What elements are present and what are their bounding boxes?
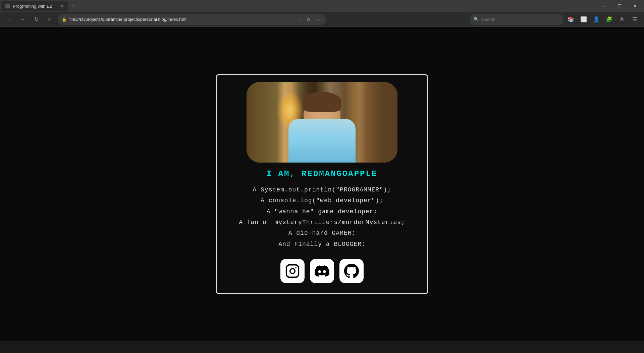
back-button[interactable]: ← <box>4 14 15 25</box>
menu-icon[interactable]: ☰ <box>629 14 640 25</box>
tab-close-button[interactable]: ✕ <box>60 3 64 9</box>
library-icon[interactable]: 📚 <box>566 14 576 25</box>
restore-button[interactable]: ❐ <box>612 0 627 12</box>
github-link[interactable] <box>339 259 364 283</box>
bio-line-1: A System.out.println("PROGRAMMER"); <box>230 184 414 195</box>
svg-point-1 <box>290 269 295 274</box>
more-options-icon[interactable]: ··· <box>295 15 303 24</box>
bio-line-2: A console.log("web developer"); <box>230 195 414 206</box>
instagram-icon <box>285 264 300 278</box>
toolbar-right: 🔍 📚 ⬜ 👤 🧩 A ☰ <box>470 14 640 25</box>
bio-line-3: A "wanna be" game developer; <box>230 206 414 217</box>
address-bar-container[interactable]: 🔒 ··· ⊙ ☆ <box>58 14 326 25</box>
bookmark-icon[interactable]: ☆ <box>314 15 322 24</box>
addons-icon[interactable]: 🧩 <box>604 14 614 25</box>
instagram-link[interactable] <box>280 259 305 283</box>
toolbar: ← → ↻ ⌂ 🔒 ··· ⊙ ☆ 🔍 📚 ⬜ 👤 🧩 A ☰ <box>0 12 644 27</box>
active-tab[interactable]: Progrmming with EZ ✕ <box>1 1 68 11</box>
reload-button[interactable]: ↻ <box>31 14 42 25</box>
lock-icon: 🔒 <box>62 17 67 22</box>
new-tab-button[interactable]: + <box>68 1 78 11</box>
profile-heading: I AM, REDMANGOAPPLE <box>267 169 378 178</box>
synced-tabs-icon[interactable]: ⬜ <box>578 14 589 25</box>
social-icons <box>280 259 364 283</box>
discord-link[interactable] <box>310 259 334 283</box>
pocket-icon[interactable]: ⊙ <box>305 15 313 24</box>
person-hair <box>303 92 341 112</box>
minimize-button[interactable]: — <box>596 0 612 12</box>
svg-point-2 <box>295 267 297 268</box>
profile-card: I AM, REDMANGOAPPLE A System.out.println… <box>216 74 428 294</box>
reader-mode-icon[interactable]: A <box>616 14 627 25</box>
address-bar[interactable] <box>69 17 292 22</box>
address-bar-actions: ··· ⊙ ☆ <box>295 15 322 24</box>
bio-lines: A System.out.println("PROGRAMMER"); A co… <box>230 184 414 250</box>
forward-button[interactable]: → <box>17 14 28 25</box>
page-content: I AM, REDMANGOAPPLE A System.out.println… <box>0 27 644 341</box>
account-icon[interactable]: 👤 <box>591 14 602 25</box>
svg-rect-0 <box>286 265 299 277</box>
profile-image <box>247 82 397 163</box>
discord-icon <box>315 264 329 278</box>
close-button[interactable]: ✕ <box>627 0 643 12</box>
home-button[interactable]: ⌂ <box>44 14 55 25</box>
search-input[interactable] <box>482 17 559 22</box>
bio-line-5: A die-hard GAMER; <box>230 228 414 238</box>
window-controls: — ❐ ✕ <box>596 0 643 12</box>
tab-bar: Progrmming with EZ ✕ + — ❐ ✕ <box>0 0 644 12</box>
browser-chrome: Progrmming with EZ ✕ + — ❐ ✕ ← → ↻ ⌂ 🔒 ·… <box>0 0 644 27</box>
bio-line-4: A fan of mysteryThrillers/murderMysterie… <box>230 217 414 228</box>
search-icon: 🔍 <box>474 17 479 22</box>
search-bar-container[interactable]: 🔍 <box>470 14 564 25</box>
tab-title: Progrmming with EZ <box>13 4 52 9</box>
tab-favicon <box>5 4 10 8</box>
bio-line-6: And Finally a BLOGGER; <box>230 239 414 250</box>
person-body <box>288 119 356 163</box>
github-icon <box>344 264 359 278</box>
